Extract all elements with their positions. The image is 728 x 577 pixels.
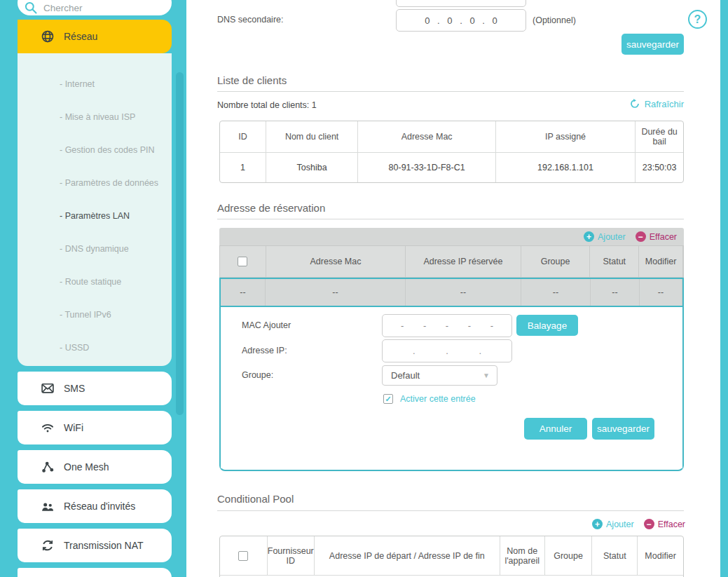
minus-icon: − (644, 519, 654, 529)
refresh-label: Rafraîchir (645, 99, 684, 109)
col-header-mac: Adresse Mac (266, 246, 406, 277)
enable-entry-checkbox[interactable]: ✓ (383, 394, 393, 404)
sidebar-item-wifi[interactable]: WiFi (18, 411, 172, 444)
col-header-statut: Statut (590, 246, 639, 277)
group-select[interactable]: Default ▼ (382, 365, 497, 386)
divider (217, 91, 684, 92)
divider (217, 510, 684, 511)
dns-primary-input-partial[interactable] (396, 0, 526, 7)
cell-statut: -- (591, 279, 640, 306)
sidebar-item-transmission-nat[interactable]: Transmission NAT (18, 529, 172, 562)
delete-conditional-button[interactable]: − Effacer (644, 519, 685, 529)
cell-mac: -- (266, 279, 406, 306)
sidebar-item-reseau-invites[interactable]: Réseau d'invités (18, 489, 172, 523)
reservation-section-title: Adresse de réservation (217, 202, 325, 214)
sidebar-item-label: Réseau d'invités (64, 501, 135, 512)
cell-modifier: -- (640, 279, 682, 306)
refresh-icon (629, 98, 640, 109)
col-header-groupe: Groupe (521, 246, 591, 277)
add-reservation-button[interactable]: + Ajouter (584, 231, 626, 242)
cell-ip: -- (406, 279, 521, 306)
conditional-table: Fournisseur ID Adresse IP de départ / Ad… (219, 536, 684, 577)
col-header-statut: Statut (592, 536, 638, 575)
header-checkbox-cell (220, 246, 266, 277)
enable-entry-label[interactable]: Activer cette entrée (400, 394, 476, 404)
add-label: Ajouter (598, 232, 626, 242)
col-header-modifier: Modifier (638, 536, 683, 575)
sms-icon (41, 381, 55, 395)
sidebar-item-sms[interactable]: SMS (18, 372, 172, 405)
cell-nom: Toshiba (266, 153, 359, 182)
col-header-modifier: Modifier (639, 246, 683, 277)
sidebar-item-internet[interactable]: - Internet (18, 67, 172, 100)
delete-label: Effacer (650, 232, 677, 242)
guests-icon (41, 499, 55, 513)
sidebar-item-parametres-lan[interactable]: - Paramètres LAN (18, 199, 172, 232)
sidebar-item-label: One Mesh (64, 461, 109, 473)
check-icon: ✓ (385, 395, 391, 404)
minus-icon: − (636, 231, 646, 242)
search-input[interactable] (43, 3, 167, 13)
mesh-icon (41, 460, 55, 474)
sidebar-item-parametres-donnees[interactable]: - Paramètres de données (18, 166, 172, 199)
dns-secondary-input[interactable] (396, 9, 526, 32)
cell-groupe: -- (521, 279, 591, 306)
conditional-toolbar: + Ajouter − Effacer (592, 519, 685, 529)
main-content: DNS secondaire: (Optionnel) sauvegarder … (186, 0, 720, 577)
scan-button[interactable]: Balayage (516, 315, 578, 336)
nat-icon (41, 538, 55, 552)
sidebar-item-route-statique[interactable]: - Route statique (18, 265, 172, 298)
sidebar-item-one-mesh[interactable]: One Mesh (18, 450, 172, 484)
sidebar-item-label: WiFi (64, 422, 83, 433)
cell-check: -- (221, 279, 266, 306)
chevron-down-icon: ▼ (483, 372, 490, 379)
col-header-groupe: Groupe (545, 536, 593, 575)
sidebar-item-partial[interactable] (18, 568, 172, 577)
col-header-ip-reservee: Adresse IP réservée (406, 246, 521, 277)
select-all-checkbox[interactable] (238, 257, 247, 266)
sidebar-item-dns-dynamique[interactable]: - DNS dynamique (18, 232, 172, 265)
refresh-link[interactable]: Rafraîchir (629, 98, 684, 109)
dns-secondary-label: DNS secondaire: (217, 15, 284, 25)
reservation-toolbar: + Ajouter − Effacer (219, 228, 684, 245)
save-reservation-button[interactable]: sauvegarder (592, 418, 654, 440)
col-header-bail: Durée du bail (636, 121, 683, 152)
wifi-icon (41, 421, 55, 435)
group-select-value: Default (391, 370, 420, 381)
col-header-id: ID (220, 121, 266, 152)
mac-add-label: MAC Ajouter (242, 320, 291, 330)
col-header-nom-appareil: Nom de l'appareil (500, 536, 545, 575)
mac-input[interactable] (382, 314, 512, 337)
sidebar-scrollbar[interactable] (176, 72, 184, 415)
clients-table-header: ID Nom du client Adresse Mac IP assigné … (220, 121, 683, 152)
sidebar-item-mise-a-niveau-isp[interactable]: - Mise à niveau ISP (18, 100, 172, 133)
table-row: -- -- -- -- -- -- (221, 279, 682, 307)
sidebar-item-reseau[interactable]: Réseau (18, 20, 172, 53)
save-dns-button[interactable]: sauvegarder (621, 34, 684, 55)
plus-icon: + (584, 231, 594, 242)
reservation-form: MAC Ajouter Balayage Adresse IP: Groupe:… (221, 307, 682, 468)
add-label: Ajouter (606, 520, 634, 529)
sidebar-item-label: Transmission NAT (64, 540, 144, 551)
sidebar-item-ussd[interactable]: - USSD (18, 331, 172, 364)
select-all-checkbox[interactable] (238, 551, 248, 561)
clients-section-title: Liste de clients (217, 74, 287, 86)
cancel-button[interactable]: Annuler (524, 418, 587, 440)
ip-address-input[interactable] (382, 339, 512, 362)
globe-icon (41, 29, 55, 43)
clients-table: ID Nom du client Adresse Mac IP assigné … (219, 121, 684, 183)
help-icon[interactable]: ? (688, 10, 707, 29)
cell-id: 1 (220, 153, 266, 182)
network-submenu: - Internet - Mise à niveau ISP - Gestion… (18, 53, 172, 366)
sidebar-item-tunnel-ipv6[interactable]: - Tunnel IPv6 (18, 298, 172, 331)
sidebar-item-gestion-codes-pin[interactable]: - Gestion des codes PIN (18, 133, 172, 166)
sidebar-item-label: Réseau (64, 31, 97, 42)
col-header-mac: Adresse Mac (358, 121, 495, 152)
add-conditional-button[interactable]: + Ajouter (592, 519, 634, 529)
group-label: Groupe: (242, 370, 273, 380)
search-box[interactable] (18, 0, 172, 15)
optional-hint: (Optionnel) (533, 15, 576, 25)
cell-ip: 192.168.1.101 (496, 153, 636, 182)
delete-reservation-button[interactable]: − Effacer (636, 231, 677, 242)
col-header-ip: IP assigné (496, 121, 636, 152)
